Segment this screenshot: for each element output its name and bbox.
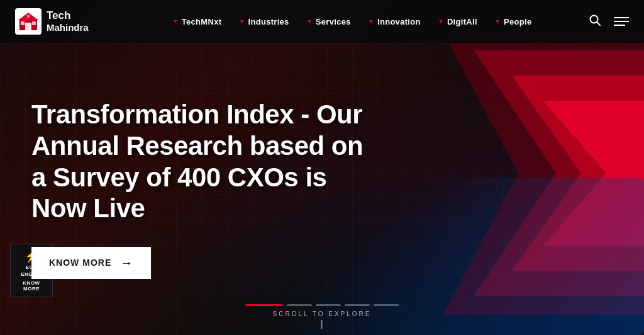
nav-label: People: [504, 17, 531, 26]
scroll-line: [321, 320, 323, 329]
svg-line-11: [597, 22, 600, 25]
slide-dot-1[interactable]: [245, 304, 283, 306]
dropdown-arrow: ▼: [438, 18, 444, 25]
nav-item-innovation[interactable]: ▼ Innovation: [361, 13, 428, 30]
nav-item-techmnxt[interactable]: ▼ TechMNxt: [165, 13, 230, 30]
logo-icon: [15, 8, 42, 35]
svg-rect-7: [21, 21, 25, 25]
nav-label: DigitAll: [447, 17, 477, 26]
cta-label: KNOW MORE: [49, 258, 111, 268]
nav-label: Services: [316, 17, 351, 26]
dropdown-arrow: ▼: [173, 18, 179, 25]
nav-item-digitall[interactable]: ▼ DigitAll: [431, 13, 485, 30]
slide-dot-2[interactable]: [287, 304, 312, 306]
hamburger-line: [614, 17, 629, 18]
hero-content: Transformation Index - Our Annual Resear…: [0, 43, 644, 335]
dropdown-arrow: ▼: [495, 18, 501, 25]
arrow-icon: →: [120, 256, 133, 270]
nav-label: Innovation: [377, 17, 421, 26]
navbar: Tech Mahindra ▼ TechMNxt ▼ Industries ▼ …: [0, 0, 644, 43]
slide-dot-3[interactable]: [316, 304, 341, 306]
scroll-label: SCROLL TO EXPLORE: [273, 310, 372, 317]
hamburger-menu-button[interactable]: [614, 17, 629, 26]
logo[interactable]: Tech Mahindra: [15, 8, 103, 35]
dropdown-arrow: ▼: [307, 18, 313, 25]
svg-rect-8: [32, 21, 36, 25]
svg-rect-9: [27, 15, 30, 18]
nav-label: Industries: [248, 17, 289, 26]
search-button[interactable]: [589, 14, 601, 30]
slide-dot-4[interactable]: [345, 304, 370, 306]
hamburger-line: [614, 25, 625, 26]
dropdown-arrow: ▼: [239, 18, 245, 25]
nav-label: TechMNxt: [182, 17, 222, 26]
svg-rect-6: [25, 23, 31, 30]
nav-item-services[interactable]: ▼ Services: [299, 13, 358, 30]
hamburger-line: [614, 21, 629, 22]
logo-text: Tech Mahindra: [47, 9, 89, 33]
nav-links: ▼ TechMNxt ▼ Industries ▼ Services ▼ Inn…: [116, 13, 589, 30]
nav-actions: [589, 14, 629, 30]
scroll-to-explore: SCROLL TO EXPLORE: [273, 310, 372, 329]
nav-item-industries[interactable]: ▼ Industries: [231, 13, 296, 30]
slide-dot-5[interactable]: [374, 304, 399, 306]
dropdown-arrow: ▼: [369, 18, 374, 25]
know-more-button[interactable]: KNOW MORE →: [31, 247, 151, 279]
hero-headline: Transformation Index - Our Annual Resear…: [31, 99, 371, 224]
slide-indicators: [245, 304, 399, 306]
nav-item-people[interactable]: ▼ People: [487, 13, 540, 30]
